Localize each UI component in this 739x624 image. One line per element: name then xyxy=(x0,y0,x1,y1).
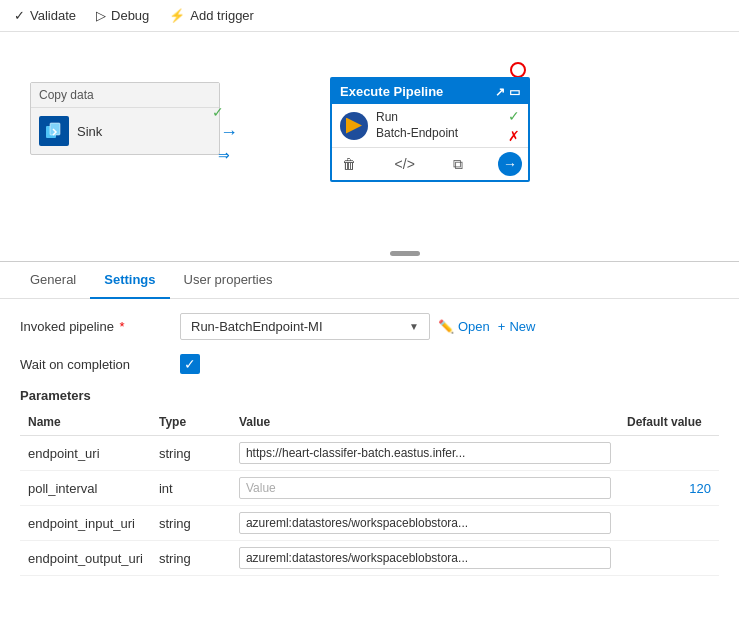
error-indicator xyxy=(510,62,526,78)
invoked-pipeline-row: Invoked pipeline * Run-BatchEndpoint-MI … xyxy=(20,313,719,340)
table-row: poll_intervalint120 xyxy=(20,471,719,506)
param-value-input[interactable] xyxy=(239,512,611,534)
expand-icon[interactable]: ▭ xyxy=(509,85,520,99)
validate-label: Validate xyxy=(30,8,76,23)
copy-data-body: Sink xyxy=(31,108,219,154)
param-name: poll_interval xyxy=(20,471,151,506)
param-value-cell xyxy=(231,471,619,506)
new-pipeline-button[interactable]: + New xyxy=(498,319,536,334)
param-default-value: 120 xyxy=(619,471,719,506)
param-default-value xyxy=(619,506,719,541)
canvas-area: Copy data Sink ✓ → ⇒ Execute Pipeline ↗ … xyxy=(0,32,739,262)
table-row: endpoint_input_uristring xyxy=(20,506,719,541)
exec-pipeline-actions: 🗑 </> ⧉ → xyxy=(332,148,528,180)
copy-data-header: Copy data xyxy=(31,83,219,108)
param-type: string xyxy=(151,506,231,541)
settings-panel: Invoked pipeline * Run-BatchEndpoint-MI … xyxy=(0,299,739,590)
execute-pipeline-activity[interactable]: Execute Pipeline ↗ ▭ Run Batch-Endpoint … xyxy=(330,77,530,182)
toolbar: ✓ Validate ▷ Debug ⚡ Add trigger xyxy=(0,0,739,32)
param-type: string xyxy=(151,436,231,471)
param-value-cell xyxy=(231,506,619,541)
error-status-icon: ✗ xyxy=(508,128,522,144)
invoked-pipeline-label: Invoked pipeline * xyxy=(20,319,180,334)
param-value-input[interactable] xyxy=(239,477,611,499)
copy-activity-button[interactable]: ⧉ xyxy=(449,154,467,175)
tab-settings[interactable]: Settings xyxy=(90,262,169,299)
param-type: int xyxy=(151,471,231,506)
validate-button[interactable]: ✓ Validate xyxy=(14,8,76,23)
run-icon xyxy=(340,112,368,140)
table-row: endpoint_output_uristring xyxy=(20,541,719,576)
connection-check: ✓ → ⇒ xyxy=(220,122,238,143)
param-value-cell xyxy=(231,436,619,471)
add-trigger-label: Add trigger xyxy=(190,8,254,23)
arrow-right-icon: → xyxy=(220,122,238,142)
wait-on-completion-row: Wait on completion ✓ xyxy=(20,354,719,374)
checkbox-check-icon: ✓ xyxy=(184,356,196,372)
parameters-section: Parameters Name Type Value Default value… xyxy=(20,388,719,576)
copy-data-activity[interactable]: Copy data Sink xyxy=(30,82,220,155)
external-link-icon[interactable]: ↗ xyxy=(495,85,505,99)
param-type: string xyxy=(151,541,231,576)
exec-pipeline-header-icons: ↗ ▭ xyxy=(495,85,520,99)
wait-on-completion-checkbox[interactable]: ✓ xyxy=(180,354,200,374)
param-name: endpoint_uri xyxy=(20,436,151,471)
invoked-pipeline-controls: Run-BatchEndpoint-MI ▼ ✏️ Open + New xyxy=(180,313,535,340)
run-text: Run Batch-Endpoint xyxy=(376,110,458,141)
param-name: endpoint_input_uri xyxy=(20,506,151,541)
bottom-panel: General Settings User properties Invoked… xyxy=(0,262,739,590)
parameters-title: Parameters xyxy=(20,388,719,403)
param-value-cell xyxy=(231,541,619,576)
param-default-value xyxy=(619,436,719,471)
col-header-name: Name xyxy=(20,411,151,436)
required-indicator: * xyxy=(120,319,125,334)
validate-icon: ✓ xyxy=(14,8,25,23)
tab-user-properties[interactable]: User properties xyxy=(170,262,287,299)
exec-pipeline-body: Run Batch-Endpoint xyxy=(332,104,528,148)
debug-icon: ▷ xyxy=(96,8,106,23)
exec-pipeline-title: Execute Pipeline xyxy=(340,84,443,99)
tab-general[interactable]: General xyxy=(16,262,90,299)
pencil-icon: ✏️ xyxy=(438,319,454,334)
open-pipeline-button[interactable]: ✏️ Open xyxy=(438,319,490,334)
wait-on-completion-label: Wait on completion xyxy=(20,357,180,372)
debug-button[interactable]: ▷ Debug xyxy=(96,8,149,23)
dropdown-arrow-icon: ▼ xyxy=(409,321,419,332)
collapse-handle[interactable] xyxy=(390,251,420,256)
col-header-type: Type xyxy=(151,411,231,436)
param-value-input[interactable] xyxy=(239,547,611,569)
copy-data-icon xyxy=(39,116,69,146)
plus-icon: + xyxy=(498,319,506,334)
code-activity-button[interactable]: </> xyxy=(391,154,419,174)
table-header-row: Name Type Value Default value xyxy=(20,411,719,436)
param-value-input[interactable] xyxy=(239,442,611,464)
add-trigger-button[interactable]: ⚡ Add trigger xyxy=(169,8,254,23)
table-row: endpoint_uristring xyxy=(20,436,719,471)
invoked-pipeline-value: Run-BatchEndpoint-MI xyxy=(191,319,323,334)
col-header-value: Value xyxy=(231,411,619,436)
activity-status-icons: ✓ ✗ → xyxy=(508,108,522,164)
success-status-icon: ✓ xyxy=(508,108,522,124)
param-default-value xyxy=(619,541,719,576)
sink-label: Sink xyxy=(77,124,102,139)
skip-status-icon: → xyxy=(508,148,522,164)
execute-pipeline-header: Execute Pipeline ↗ ▭ xyxy=(332,79,528,104)
success-check-icon: ✓ xyxy=(212,104,224,120)
tabs-container: General Settings User properties xyxy=(0,262,739,299)
parameters-table: Name Type Value Default value endpoint_u… xyxy=(20,411,719,576)
invoked-pipeline-dropdown[interactable]: Run-BatchEndpoint-MI ▼ xyxy=(180,313,430,340)
col-header-default: Default value xyxy=(619,411,719,436)
param-name: endpoint_output_uri xyxy=(20,541,151,576)
branch-arrow-icon: ⇒ xyxy=(218,147,230,163)
add-trigger-icon: ⚡ xyxy=(169,8,185,23)
delete-activity-button[interactable]: 🗑 xyxy=(338,154,360,174)
debug-label: Debug xyxy=(111,8,149,23)
